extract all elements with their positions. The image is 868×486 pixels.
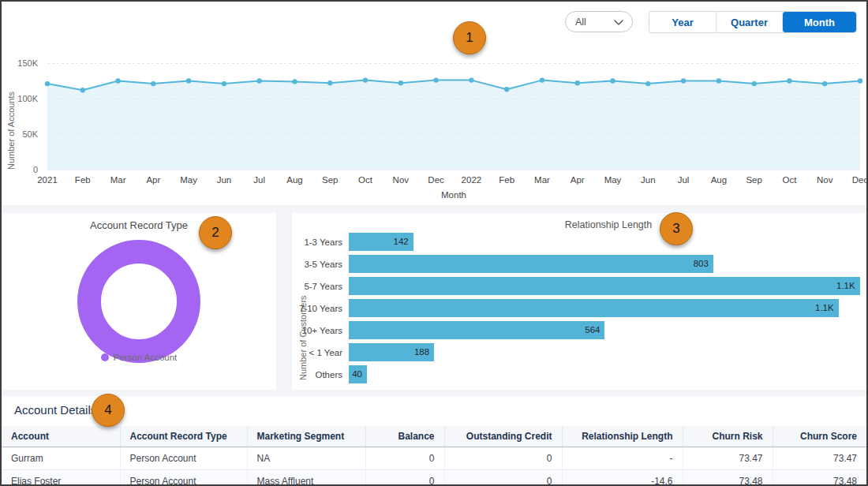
line-data-point[interactable]	[645, 81, 650, 86]
bar-value-label: 803	[694, 255, 709, 273]
x-tick-label: Mar	[110, 175, 126, 185]
bar-segment[interactable]: 188	[349, 343, 434, 361]
table-cell: -	[562, 447, 683, 470]
line-data-point[interactable]	[363, 77, 368, 82]
analytics-dashboard: All Year Quarter Month Number of Account…	[0, 0, 868, 486]
bar-chart-canvas: 1-3 Years1423-5 Years8035-7 Years1.1K7-1…	[292, 233, 862, 387]
column-header[interactable]: Churn Risk	[683, 426, 773, 447]
line-data-point[interactable]	[540, 77, 544, 82]
line-data-point[interactable]	[398, 80, 403, 85]
bar-row: 1-3 Years142	[292, 233, 862, 251]
line-data-point[interactable]	[681, 78, 686, 83]
x-tick-label: Feb	[75, 175, 91, 185]
line-data-point[interactable]	[222, 81, 226, 86]
annotation-badge-1: 1	[453, 21, 486, 54]
filter-dropdown[interactable]: All	[565, 11, 633, 32]
line-data-point[interactable]	[151, 81, 155, 86]
bar-category-label: 5-7 Years	[292, 282, 349, 291]
line-data-point[interactable]	[858, 78, 862, 83]
bar-segment[interactable]: 1.1K	[349, 299, 839, 317]
column-header[interactable]: Balance	[365, 426, 444, 447]
line-data-point[interactable]	[433, 77, 438, 82]
x-tick-label: Dec	[852, 175, 868, 185]
x-tick-label: 2021	[37, 175, 58, 185]
column-header[interactable]: Marketing Segment	[247, 426, 365, 447]
tab-year[interactable]: Year	[649, 12, 716, 32]
line-data-point[interactable]	[716, 78, 721, 83]
table-cell: Gurram	[2, 447, 120, 470]
chevron-down-icon	[614, 17, 623, 28]
x-tick-label: Apr	[571, 175, 585, 185]
line-data-point[interactable]	[327, 80, 332, 85]
column-header[interactable]: Outstanding Credit	[444, 426, 562, 447]
x-tick-label: Nov	[393, 175, 409, 185]
line-chart-y-ticks: 050K100K150K	[2, 63, 41, 170]
table-cell: Elias Foster	[2, 470, 120, 486]
x-tick-label: Feb	[499, 175, 514, 185]
donut-legend[interactable]: Person Account	[2, 353, 276, 362]
bar-segment[interactable]: 1.1K	[349, 277, 860, 295]
table-row[interactable]: GurramPerson AccountNA00-73.4773.47	[2, 447, 866, 470]
tab-month[interactable]: Month	[782, 12, 856, 32]
bar-category-label: Others	[292, 370, 349, 379]
x-tick-label: 2022	[462, 175, 482, 185]
line-data-point[interactable]	[787, 78, 791, 83]
annotation-badge-2: 2	[199, 216, 232, 249]
legend-label: Person Account	[114, 353, 178, 362]
account-details-panel: Account Details AccountAccount Record Ty…	[2, 396, 866, 486]
line-data-point[interactable]	[80, 88, 85, 92]
bar-segment[interactable]: 142	[349, 233, 413, 251]
bar-value-label: 188	[414, 343, 429, 361]
tab-quarter[interactable]: Quarter	[716, 12, 782, 32]
column-header[interactable]: Account	[2, 426, 120, 447]
bar-row: < 1 Year188	[292, 343, 862, 361]
bar-row: 7-10 Years1.1K	[292, 299, 862, 317]
table-cell: -14.6	[562, 470, 683, 486]
table-title: Account Details	[14, 403, 96, 417]
donut-chart[interactable]	[77, 240, 200, 363]
line-data-point[interactable]	[186, 78, 191, 83]
x-tick-label: Jun	[641, 175, 656, 185]
x-tick-label: Mar	[534, 175, 550, 185]
bar-row: Others40	[292, 365, 862, 383]
line-data-point[interactable]	[45, 81, 50, 86]
bar-track: 803	[349, 255, 862, 273]
table-cell: 73.48	[683, 470, 773, 486]
bar-value-label: 564	[585, 321, 600, 339]
x-tick-label: Dec	[428, 175, 443, 185]
table-cell: 0	[365, 470, 444, 486]
line-data-point[interactable]	[822, 81, 827, 86]
table-cell: Person Account	[120, 447, 247, 470]
column-header[interactable]: Relationship Length	[562, 426, 683, 447]
line-data-point[interactable]	[504, 87, 509, 92]
table-row[interactable]: Elias FosterPerson AccountMass Affluent0…	[2, 470, 866, 486]
x-tick-label: Aug	[286, 175, 302, 185]
line-chart-x-axis-label: Month	[47, 190, 860, 200]
time-granularity-toggle: Year Quarter Month	[649, 11, 857, 33]
x-tick-label: Nov	[817, 175, 832, 185]
table-cell: 73.47	[683, 447, 773, 470]
table-header-row: AccountAccount Record TypeMarketing Segm…	[2, 426, 866, 447]
y-tick-label: 0	[33, 165, 38, 174]
line-data-point[interactable]	[115, 78, 120, 83]
line-data-point[interactable]	[292, 79, 297, 84]
column-header[interactable]: Churn Score	[773, 426, 866, 447]
line-chart-canvas[interactable]	[47, 63, 860, 170]
line-data-point[interactable]	[752, 81, 757, 86]
bar-segment[interactable]: 564	[349, 321, 604, 339]
line-data-point[interactable]	[610, 78, 615, 83]
line-data-point[interactable]	[257, 78, 262, 83]
column-header[interactable]: Account Record Type	[120, 426, 247, 447]
line-data-point[interactable]	[469, 77, 473, 82]
bar-track: 1.1K	[349, 299, 862, 317]
bar-category-label: 3-5 Years	[292, 260, 349, 269]
bar-segment[interactable]: 803	[349, 255, 713, 273]
bar-track: 40	[349, 365, 862, 383]
bar-value-label: 40	[352, 365, 362, 383]
line-data-point[interactable]	[575, 80, 580, 85]
bar-value-label: 1.1K	[815, 299, 834, 317]
x-tick-label: Oct	[358, 175, 372, 185]
bar-value-label: 1.1K	[836, 277, 855, 295]
relationship-length-panel: Relationship Length Number of Customers …	[292, 213, 868, 390]
bar-segment[interactable]: 40	[349, 365, 367, 383]
